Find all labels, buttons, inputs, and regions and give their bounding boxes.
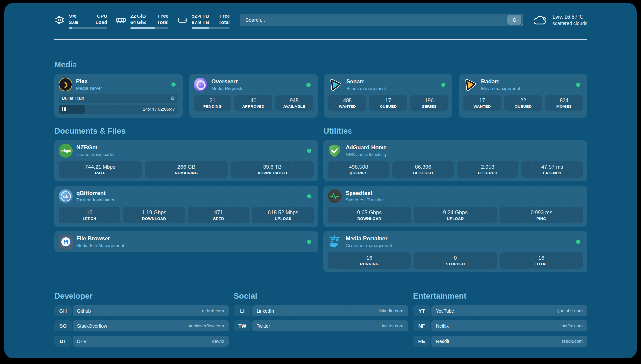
stat-label: LEECH: [83, 217, 96, 221]
stat-tile: 21 PENDING: [194, 95, 231, 111]
service-card-filebrowser[interactable]: File Browser Media File Management: [54, 231, 318, 252]
service-subtitle: Media server: [76, 86, 102, 91]
bookmark-abbr: GH: [54, 305, 72, 316]
stat-value: 266 GB: [177, 164, 195, 170]
stat-label: DOWNLOAD: [142, 217, 166, 221]
player-time: 24:44 / 02:06:47: [143, 107, 175, 112]
disk-stat: 52.4 TB 97.9 TB Free Total: [177, 13, 230, 29]
stat-label: PENDING: [203, 105, 222, 108]
bookmark-domain: netflix.com: [561, 323, 583, 328]
bookmark-twitter[interactable]: TW Twitter twitter.com: [234, 320, 408, 331]
stat-tile: 834 MOVIES: [545, 95, 583, 111]
system-stats: 9% 3.09 CPU Load: [54, 13, 230, 29]
status-dot: [306, 83, 311, 87]
bookmark-name: Reddit: [436, 339, 449, 344]
stat-tile: 498,508 QUERIES: [328, 161, 389, 178]
bookmark-netflix[interactable]: NF Netflix netflix.com: [413, 320, 587, 331]
cpu-load-value: 3.09: [69, 19, 78, 25]
stat-label: QUEUED: [380, 105, 397, 108]
player-progress-row[interactable]: 24:44 / 02:06:47: [59, 105, 178, 114]
radarr-icon: [463, 78, 477, 92]
weather-summary: Lviv, 16.87°C: [552, 14, 587, 20]
service-title: NZBGet: [76, 144, 115, 151]
utilities-section-title: Utilities: [323, 126, 587, 136]
stat-tile: 39.6 TB DOWNLOADED: [231, 161, 314, 178]
stat-label: LATENCY: [543, 171, 561, 175]
status-dot: [171, 82, 176, 87]
search-bar: G: [240, 14, 523, 26]
stat-label: FILTERED: [478, 171, 498, 175]
stat-value: 0: [454, 255, 457, 261]
service-subtitle: Media Requests: [211, 86, 244, 91]
stat-value: 9.65 Gbps: [357, 210, 382, 216]
stat-label: APPROVED: [242, 105, 265, 108]
stat-value: 21: [210, 98, 216, 104]
service-subtitle: Speedtest Tracking: [346, 197, 384, 203]
status-dot: [576, 83, 580, 87]
stat-tile: 16 TOTAL: [500, 252, 583, 269]
pause-icon[interactable]: [62, 107, 66, 111]
service-card-plex[interactable]: ❯ Plex Media server Bullet Train ⚙ 24:44…: [54, 74, 183, 118]
now-playing-row: Bullet Train ⚙: [59, 94, 178, 103]
service-title: Sonarr: [346, 78, 386, 85]
service-card-overseerr[interactable]: Overseerr Media Requests 21 PENDING 40 A…: [189, 74, 318, 118]
bookmark-name: LinkedIn: [257, 308, 274, 314]
service-card-adguard[interactable]: AdGuard Home DNS and adblocking 498,508 …: [323, 140, 587, 181]
stat-tile: 40 APPROVED: [234, 95, 272, 111]
service-card-portainer[interactable]: Media Portainer Container management 16 …: [323, 231, 587, 272]
service-card-qbittorrent[interactable]: qb qBittorrent Torrent downloader 16 LEE…: [54, 186, 318, 227]
bookmark-dev[interactable]: DT DEV dev.to: [54, 336, 229, 347]
service-card-nzbget[interactable]: nzbget NZBGet Usenet downloader 744.21 M…: [54, 140, 318, 181]
service-subtitle: Movie management: [481, 86, 520, 91]
qbittorrent-icon: qb: [59, 189, 73, 203]
stat-value: 618.52 Mbps: [268, 210, 298, 216]
memory-free-value: 22 GiB: [130, 13, 146, 19]
search-provider-button[interactable]: G: [507, 15, 521, 25]
stat-value: 22: [520, 98, 526, 104]
stat-tile: 9.65 Gbps DOWNLOAD: [328, 207, 411, 223]
dashboard-page: 9% 3.09 CPU Load: [0, 0, 641, 364]
cpu-load-label: Load: [95, 19, 107, 25]
stat-tile: 266 GB REMAINING: [145, 161, 228, 178]
sonarr-icon: [328, 78, 342, 92]
bookmark-abbr: DT: [54, 336, 72, 347]
stat-value: 16: [538, 255, 544, 261]
service-card-speedtest[interactable]: Speedtest Speedtest Tracking 9.65 Gbps D…: [323, 186, 587, 227]
cpu-usage-label: CPU: [95, 13, 107, 19]
service-card-radarr[interactable]: Radarr Movie management 17 WANTED 22 QUE…: [459, 74, 587, 118]
stat-label: BLOCKED: [413, 171, 433, 175]
disk-progress-bar: [192, 27, 230, 29]
bookmark-group-entertainment: Entertainment YT YouTube youtube.com NF …: [413, 291, 587, 351]
settings-gear-icon[interactable]: ⚙: [171, 96, 175, 101]
bookmark-abbr: LI: [234, 305, 251, 316]
disk-free-value: 52.4 TB: [192, 13, 209, 19]
weather-condition: scattered clouds: [552, 20, 587, 27]
stat-tile: 16 LEECH: [59, 207, 120, 223]
stat-tile: 16 RUNNING: [328, 252, 411, 269]
bookmark-linkedin[interactable]: LI LinkedIn linkedin.com: [234, 305, 408, 316]
stat-label: QUEUED: [515, 105, 532, 108]
stat-value: 17: [385, 98, 391, 104]
bookmark-stackoverflow[interactable]: SO StackOverflow stackoverflow.com: [54, 320, 229, 331]
now-playing-title: Bullet Train: [62, 96, 84, 101]
search-input[interactable]: [240, 14, 523, 26]
stat-label: PING: [536, 217, 546, 221]
bookmark-reddit[interactable]: RE Reddit reddit.com: [413, 336, 587, 347]
bookmark-github[interactable]: GH Github github.com: [54, 305, 229, 316]
stat-value: 945: [290, 98, 299, 104]
bookmark-name: Github: [77, 308, 91, 314]
memory-progress-bar: [130, 27, 168, 29]
bookmark-youtube[interactable]: YT YouTube youtube.com: [413, 305, 587, 316]
stat-value: 47.57 ms: [541, 164, 563, 170]
cpu-icon: [54, 15, 65, 25]
disk-icon: [177, 15, 188, 25]
filebrowser-icon: [59, 235, 73, 249]
bookmark-name: DEV: [77, 339, 87, 344]
stat-tile: 485 WANTED: [328, 95, 366, 111]
stat-label: TOTAL: [535, 262, 548, 266]
cloud-icon: [532, 14, 548, 27]
stat-value: 196: [425, 98, 434, 104]
stat-label: DOWNLOAD: [357, 217, 381, 221]
service-card-sonarr[interactable]: Sonarr Series management 485 WANTED 17 Q…: [324, 74, 452, 118]
weather-widget[interactable]: Lviv, 16.87°C scattered clouds: [532, 14, 587, 27]
